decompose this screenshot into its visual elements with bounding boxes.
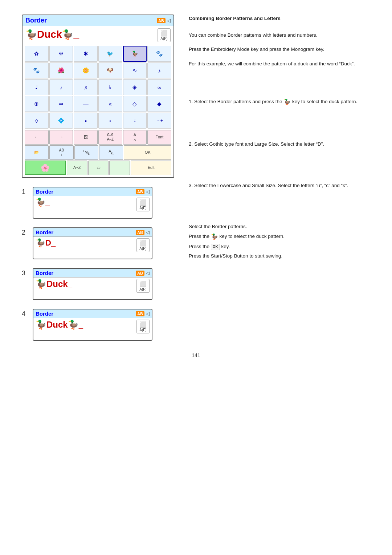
pattern-cell-30[interactable]: →+	[147, 113, 171, 129]
pattern-cell-8[interactable]: 🌺	[49, 62, 73, 78]
pattern-cell-7[interactable]: 🐾	[25, 62, 49, 78]
step2-side: ⬜ A(F)	[136, 238, 150, 252]
pattern-cell-13[interactable]: ♩	[25, 79, 49, 95]
step4-cursor: _	[79, 320, 83, 329]
pattern-cell-21[interactable]: —	[74, 96, 98, 112]
pattern-cell-25[interactable]: ◊	[25, 113, 49, 129]
pattern-cell-29[interactable]: ↕	[123, 113, 147, 129]
pattern-cell-18[interactable]: ∞	[147, 79, 171, 95]
step4-display: 🦆Duck🦆_	[36, 320, 134, 330]
step4-duck1: 🦆	[36, 320, 46, 329]
btn-pattern[interactable]: 🖼	[74, 130, 98, 145]
btn-ok[interactable]: OK	[124, 145, 171, 160]
duck-icon-2: 🦆	[62, 29, 73, 40]
pattern-cell-16[interactable]: ♭	[98, 79, 122, 95]
pattern-cell-14[interactable]: ♪	[49, 79, 73, 95]
pattern-cell-26[interactable]: 💠	[49, 113, 73, 129]
pattern-grid: ✿ ❈ ✱ 🐦 🦆 🐾 🐾 🌺 🌼 🐶 ∿ ♪ ♩ ♪ ♬ ♭ ◈ ∞ ⊕	[23, 44, 173, 130]
pattern-cell-17[interactable]: ◈	[123, 79, 147, 95]
bottom-row-3: 🌸 A~Z ⬭ —— Edit	[25, 161, 171, 175]
pattern-cell-24[interactable]: ◆	[147, 96, 171, 112]
step3-text-block: 3. Select the Lowercase and Small Size. …	[189, 180, 370, 190]
step3-af-icon: ⬜	[139, 280, 147, 287]
step1-header: Border AB ◁	[33, 187, 152, 196]
step1-af-box: ⬜ A(F)	[136, 198, 150, 211]
step3-display: 🦆Duck_	[36, 279, 134, 289]
btn-edit[interactable]: Edit	[131, 161, 171, 175]
pattern-cell-5-selected[interactable]: 🦆	[123, 46, 147, 62]
step1-body: 🦆_ ⬜ A(F)	[33, 196, 152, 218]
main-panel-body: 🦆Duck🦆_ ⬜ A(F)	[23, 26, 173, 44]
btn-aa[interactable]: Aa	[99, 145, 123, 160]
btn-num-alpha[interactable]: 0–9A–Z	[98, 130, 122, 145]
pattern-cell-3[interactable]: ✱	[74, 46, 98, 62]
pattern-cell-10[interactable]: 🐶	[98, 62, 122, 78]
btn-az[interactable]: A~Z	[67, 161, 87, 175]
pattern-cell-12[interactable]: ♪	[147, 62, 171, 78]
step4-text-block: Select the Border patterns. Press the 🦆 …	[189, 221, 370, 260]
para-3: For this example, we will combine the pa…	[189, 60, 370, 68]
btn-size-a[interactable]: AA	[123, 130, 147, 145]
step2-title: Border	[36, 229, 53, 235]
btn-right-arrow[interactable]: →	[49, 130, 73, 145]
pattern-cell-1[interactable]: ✿	[25, 46, 49, 62]
btn-font[interactable]: Font	[147, 130, 171, 145]
main-panel-side: ⬜ A(F)	[158, 28, 171, 42]
main-panel-title: Border	[25, 17, 47, 24]
pattern-cell-28[interactable]: ▫	[98, 113, 122, 129]
step4-af-icon: ⬜	[139, 321, 147, 328]
btn-lms[interactable]: LMS	[74, 145, 98, 160]
pattern-cell-23[interactable]: ◇	[123, 96, 147, 112]
pattern-cell-6[interactable]: 🐾	[147, 46, 171, 62]
step4-af-label: A(F)	[139, 328, 146, 332]
step2-af-icon: ⬜	[139, 240, 147, 247]
btn-line[interactable]: ——	[109, 161, 130, 175]
step2-ab: AB ◁	[136, 230, 150, 235]
step3-af-box: ⬜ A(F)	[136, 279, 150, 293]
para-1: You can combine Border patterns with let…	[189, 31, 370, 39]
btn-folder[interactable]: 📂	[25, 145, 49, 160]
step1-duck-inline: 🦆	[283, 97, 291, 107]
section-title: Combining Border Patterns and Letters	[189, 15, 370, 23]
step3-side: ⬜ A(F)	[136, 279, 150, 293]
step1-text: 1. Select the Border patterns and press …	[189, 97, 370, 107]
step4-text-a: Select the Border patterns.	[189, 223, 370, 231]
step-row-2: 2 Border AB ◁ 🦆D_ ⬜ A(F	[22, 227, 174, 259]
step3-text: 3. Select the Lowercase and Small Size. …	[189, 182, 370, 190]
step4-body: 🦆Duck🦆_ ⬜ A(F)	[33, 318, 152, 340]
step-num-1: 1	[22, 187, 29, 196]
bottom-row-1: ← → 🖼 0–9A–Z AA Font	[25, 130, 171, 145]
step4-title: Border	[36, 311, 53, 317]
pattern-cell-19[interactable]: ⊕	[25, 96, 49, 112]
para-2: Press the Embroidery Mode key and press …	[189, 45, 370, 53]
btn-ab[interactable]: AB♪	[49, 145, 73, 160]
btn-flower[interactable]: 🌸	[25, 161, 66, 175]
step3-ab-badge: AB	[136, 271, 144, 276]
step-num-2: 2	[22, 227, 29, 236]
pattern-cell-11[interactable]: ∿	[123, 62, 147, 78]
step2-d: D	[45, 238, 51, 247]
step3-af-label: A(F)	[139, 287, 146, 291]
step1-cursor: _	[45, 198, 50, 207]
step1-ab: AB ◁	[136, 189, 150, 194]
pattern-cell-4[interactable]: 🐦	[98, 46, 122, 62]
step2-speaker: ◁	[146, 230, 150, 235]
btn-left-arrow[interactable]: ←	[25, 130, 49, 145]
step-row-4: 4 Border AB ◁ 🦆Duck🦆_ ⬜	[22, 309, 174, 341]
pattern-cell-2[interactable]: ❈	[49, 46, 73, 62]
pattern-cell-15[interactable]: ♬	[74, 79, 98, 95]
pattern-cell-22[interactable]: ≤	[98, 96, 122, 112]
af-label: A(F)	[160, 37, 167, 41]
step1-title: Border	[36, 189, 53, 195]
step-num-4: 4	[22, 309, 29, 318]
pattern-cell-9[interactable]: 🌼	[74, 62, 98, 78]
step-row-3: 3 Border AB ◁ 🦆Duck_ ⬜	[22, 268, 174, 300]
ab-badge: AB	[157, 18, 166, 23]
pattern-cell-27[interactable]: ▪	[74, 113, 98, 129]
pattern-cell-20[interactable]: ⇒	[49, 96, 73, 112]
step3-ab: AB ◁	[136, 270, 150, 276]
speaker-icon: ◁	[167, 18, 171, 23]
btn-oval[interactable]: ⬭	[88, 161, 109, 175]
step2-af-box: ⬜ A(F)	[136, 238, 150, 252]
step2-duck: 🦆	[36, 238, 45, 247]
